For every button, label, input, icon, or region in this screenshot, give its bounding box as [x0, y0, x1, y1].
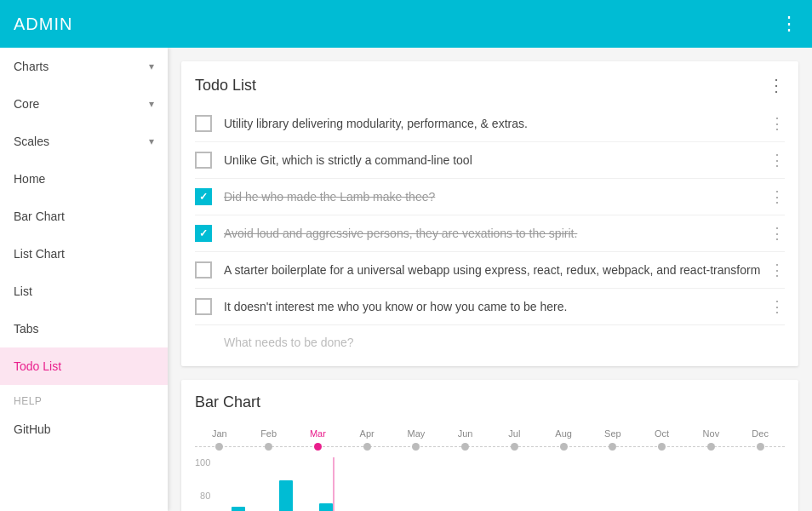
- axis-dot: [560, 443, 568, 451]
- todo-text-4: Avoid loud and aggressive persons, they …: [224, 227, 763, 240]
- todo-checkbox-3[interactable]: [195, 188, 212, 205]
- bar-group-apr: [358, 457, 404, 511]
- axis-dot: [265, 443, 272, 451]
- todo-text-1: Utility library delivering modularity, p…: [224, 117, 763, 130]
- month-apr: Apr: [342, 428, 392, 439]
- bar-group-jun: [454, 457, 500, 511]
- todo-checkbox-5[interactable]: [195, 261, 212, 278]
- sidebar-item-github-label: GitHub: [14, 422, 51, 436]
- todo-item-menu-4[interactable]: ⋮: [763, 224, 785, 243]
- todo-item-1: Utility library delivering modularity, p…: [195, 106, 785, 142]
- sidebar-item-home[interactable]: Home: [0, 160, 168, 198]
- help-section-label: Help: [0, 385, 168, 411]
- bar-group-sep: [596, 457, 642, 511]
- month-sep: Sep: [588, 428, 638, 439]
- sidebar-item-todo-list[interactable]: Todo List: [0, 347, 168, 385]
- bar-group-oct: [643, 457, 689, 511]
- todo-text-3: Did he who made the Lamb make thee?: [224, 190, 763, 204]
- sidebar-item-core[interactable]: Core ▾: [0, 85, 168, 123]
- axis-dot: [461, 443, 469, 451]
- month-jul: Jul: [490, 428, 540, 439]
- month-aug: Aug: [539, 428, 588, 439]
- bar-group-aug: [549, 457, 595, 511]
- axis-dot-active: [314, 443, 322, 451]
- y-label-80: 80: [195, 491, 210, 501]
- sidebar: Charts ▾ Core ▾ Scales ▾ Home Bar Chart …: [0, 48, 168, 511]
- bar-group-feb: [263, 457, 309, 511]
- sidebar-item-github[interactable]: GitHub: [0, 411, 168, 448]
- todo-item-4: Avoid loud and aggressive persons, they …: [195, 215, 785, 252]
- todo-item-2: Unlike Git, which is strictly a command-…: [195, 142, 785, 179]
- bar-mar-teal: [319, 503, 333, 511]
- todo-checkbox-2[interactable]: [195, 152, 212, 169]
- axis-dot: [757, 443, 764, 451]
- month-oct: Oct: [638, 428, 687, 439]
- chart-months: Jan Feb Mar Apr May Jun Jul Aug Sep Oct …: [195, 422, 785, 442]
- sidebar-item-tabs[interactable]: Tabs: [0, 310, 168, 347]
- sidebar-item-scales-label: Scales: [14, 135, 49, 148]
- bar-mar-line: [333, 457, 335, 511]
- axis-dot: [412, 443, 420, 451]
- axis-dot: [609, 443, 616, 451]
- main-content: Todo List ⋮ Utility library delivering m…: [168, 48, 812, 511]
- todo-item-menu-6[interactable]: ⋮: [763, 297, 785, 316]
- sidebar-item-charts[interactable]: Charts ▾: [0, 48, 168, 85]
- month-jan: Jan: [195, 428, 244, 439]
- todo-checkbox-1[interactable]: [195, 115, 212, 132]
- chart-y-axis: 100 80 60: [195, 457, 215, 511]
- bar-group-mar: [311, 457, 357, 511]
- todo-card-menu-icon[interactable]: ⋮: [768, 75, 785, 95]
- app-header: ADMIN ⋮: [0, 0, 812, 48]
- axis-dot: [707, 443, 715, 451]
- chart-axis: [195, 442, 785, 452]
- bar-feb-teal: [279, 480, 293, 511]
- axis-dot: [215, 443, 223, 451]
- todo-list-card: Todo List ⋮ Utility library delivering m…: [181, 61, 798, 366]
- chevron-down-icon: ▾: [149, 98, 154, 110]
- sidebar-item-list-label: List: [14, 284, 32, 298]
- chart-content-area: 100 80 60: [195, 457, 785, 511]
- sidebar-item-scales[interactable]: Scales ▾: [0, 123, 168, 160]
- sidebar-item-todo-list-label: Todo List: [14, 359, 61, 373]
- bar-group-jan: [215, 457, 261, 511]
- month-dec: Dec: [735, 428, 785, 439]
- bar-group-nov: [691, 457, 737, 511]
- sidebar-item-core-label: Core: [14, 97, 39, 111]
- todo-card-header: Todo List ⋮: [195, 75, 785, 95]
- todo-text-5: A starter boilerplate for a universal we…: [224, 263, 763, 277]
- bar-chart-title: Bar Chart: [195, 393, 260, 411]
- bar-chart-card-header: Bar Chart: [195, 393, 785, 411]
- header-menu-icon[interactable]: ⋮: [780, 13, 798, 35]
- sidebar-item-list-chart[interactable]: List Chart: [0, 235, 168, 273]
- y-label-100: 100: [195, 457, 210, 468]
- app-title: ADMIN: [14, 14, 72, 34]
- sidebar-item-list-chart-label: List Chart: [14, 247, 65, 261]
- chevron-down-icon: ▾: [149, 60, 154, 72]
- todo-item-6: It doesn't interest me who you know or h…: [195, 289, 785, 324]
- todo-item-menu-1[interactable]: ⋮: [763, 114, 785, 133]
- todo-item-5: A starter boilerplate for a universal we…: [195, 252, 785, 289]
- axis-dot: [658, 443, 666, 451]
- sidebar-item-list[interactable]: List: [0, 273, 168, 310]
- todo-item-menu-3[interactable]: ⋮: [763, 187, 785, 206]
- month-nov: Nov: [687, 428, 736, 439]
- todo-text-2: Unlike Git, which is strictly a command-…: [224, 153, 763, 167]
- todo-item-menu-2[interactable]: ⋮: [763, 151, 785, 169]
- todo-checkbox-6[interactable]: [195, 298, 212, 315]
- sidebar-item-bar-chart[interactable]: Bar Chart: [0, 198, 168, 235]
- month-mar: Mar: [294, 428, 343, 439]
- bar-chart-card: Bar Chart Jan Feb Mar Apr May Jun Jul Au…: [181, 380, 798, 511]
- chevron-down-icon: ▾: [149, 135, 154, 147]
- todo-item-menu-5[interactable]: ⋮: [763, 261, 785, 279]
- bar-jan-teal: [232, 507, 245, 511]
- sidebar-item-home-label: Home: [14, 172, 45, 186]
- month-feb: Feb: [244, 428, 294, 439]
- axis-dot: [511, 443, 518, 451]
- bar-group-jul: [501, 457, 547, 511]
- sidebar-item-charts-label: Charts: [14, 60, 49, 73]
- sidebar-item-tabs-label: Tabs: [14, 322, 39, 336]
- todo-checkbox-4[interactable]: [195, 225, 212, 242]
- chart-bars-area: [215, 457, 785, 511]
- todo-new-item-input[interactable]: [195, 324, 785, 353]
- sidebar-item-bar-chart-label: Bar Chart: [14, 210, 65, 223]
